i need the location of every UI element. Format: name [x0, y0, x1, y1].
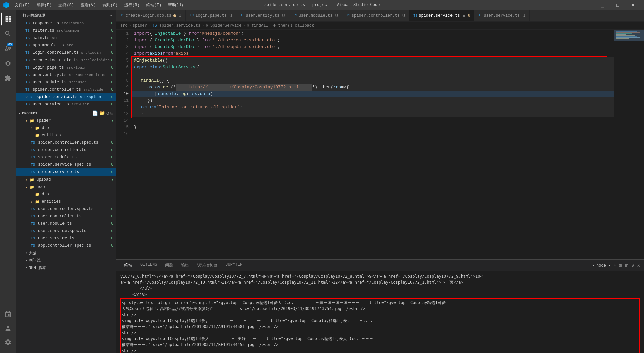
maximize-button[interactable]: ☐: [610, 0, 625, 10]
file-login-pipe-ts[interactable]: TS login.pipe.ts src\login U: [16, 64, 116, 71]
activity-debug[interactable]: [1, 56, 15, 70]
activity-explorer[interactable]: [1, 12, 15, 26]
activity-source-control[interactable]: 63: [1, 42, 15, 55]
menu-file[interactable]: 文件(F): [12, 2, 33, 9]
file-user-controller-spec[interactable]: TS user.controller.spec.ts U: [16, 205, 116, 213]
section-fuwenxian[interactable]: › 副问线: [16, 257, 116, 264]
folder-spider[interactable]: ▾ 📁 spider ●: [16, 117, 116, 124]
menu-terminal[interactable]: 终端(T): [144, 2, 164, 9]
close-button[interactable]: ✕: [625, 0, 641, 10]
file-spider-controller-spec[interactable]: TS spider.controller.spec.ts U: [16, 139, 116, 146]
menu-select[interactable]: 选择(S): [56, 2, 77, 9]
project-section-header[interactable]: ▾ PROJECT 📄 📁 ↺ ⊟: [16, 109, 116, 117]
section-npm[interactable]: › NPM 脚本: [16, 264, 116, 271]
minimize-button[interactable]: ⎯: [595, 0, 610, 10]
refresh-icon[interactable]: ↺: [106, 110, 109, 116]
folder-user-dto[interactable]: › 📁 dto: [16, 191, 116, 198]
file-spider-module[interactable]: TS spider.module.ts U: [16, 154, 116, 161]
close-tab-icon[interactable]: ✕: [25, 95, 28, 100]
terminal-tab-debug[interactable]: 调试控制台: [193, 260, 221, 270]
breadcrumb-class[interactable]: ⚙ SpiderService: [205, 23, 241, 28]
folder-dto[interactable]: › 📁 dto: [16, 124, 116, 132]
terminal-node-dropdown[interactable]: ⊳ node ▾: [592, 263, 611, 268]
tab-close-user-module[interactable]: U: [335, 13, 338, 18]
activity-account[interactable]: [1, 322, 15, 335]
tab-close-create-login[interactable]: U: [179, 13, 181, 18]
menu-edit[interactable]: 编辑(E): [34, 2, 55, 9]
activity-settings[interactable]: [1, 336, 15, 349]
file-app-module-ts[interactable]: TS app.module.ts src U: [16, 42, 116, 49]
activity-remote[interactable]: [1, 308, 15, 321]
menu-goto[interactable]: 转到(G): [100, 2, 120, 9]
file-user-entity-ts[interactable]: TS user.entity.ts src\user\entities U: [16, 71, 116, 79]
tab-close-user-service[interactable]: U: [522, 13, 525, 18]
code-line-15: }: [131, 124, 614, 131]
tab-spider-controller[interactable]: TS spider.controller.ts U: [342, 10, 409, 21]
breadcrumb-file[interactable]: TS spider.service.ts: [152, 23, 200, 28]
folder-entities[interactable]: › 📁 entities: [16, 132, 116, 139]
file-login-controller-ts[interactable]: TS login.controller.ts src\login U: [16, 49, 116, 56]
terminal-tab-jupyter[interactable]: JUPYTER: [221, 260, 246, 270]
terminal-tab-output[interactable]: 输出: [177, 260, 193, 270]
project-label: PROJECT: [22, 111, 37, 115]
tab-close-user-entity[interactable]: U: [282, 13, 285, 18]
terminal-maximize-icon[interactable]: ∧: [632, 263, 634, 268]
new-folder-icon[interactable]: 📄: [92, 110, 98, 116]
folder-user[interactable]: ▾ 📁 user: [16, 183, 116, 191]
section-damo[interactable]: › 大猫: [16, 249, 116, 257]
line-num-3: 3: [116, 44, 129, 50]
file-user-module-tree[interactable]: TS user.module.ts U: [16, 220, 116, 227]
tab-login-pipe[interactable]: TS login.pipe.ts U: [186, 10, 236, 21]
code-line-12: return `This action returns all spider`;: [131, 104, 614, 111]
code-editor[interactable]: import { Injectable } from '@nestjs/comm…: [131, 30, 614, 259]
menu-run[interactable]: 运行(R): [122, 2, 142, 9]
folder-upload[interactable]: › 📁 upload ●: [16, 176, 116, 183]
code-line-2: import { CreateSpiderDto } from './dto/c…: [131, 37, 614, 44]
file-user-service-tree[interactable]: TS user.service.ts U: [16, 235, 116, 242]
terminal-tab-gitlens[interactable]: GITLENS: [136, 260, 161, 270]
new-file-icon2[interactable]: 📁: [99, 110, 105, 116]
terminal-tab-terminal[interactable]: 终端: [120, 260, 136, 270]
file-spider-service-ts-open[interactable]: ✕ TS spider.service.ts src\spider U: [16, 93, 116, 101]
breadcrumb-src[interactable]: src: [120, 23, 128, 28]
terminal-tab-issues[interactable]: 问题: [161, 260, 177, 270]
file-response-ts[interactable]: TS response.ts src\common U: [16, 20, 116, 27]
breadcrumb-method[interactable]: ⚙ findAll: [247, 23, 268, 28]
breadcrumb-spider[interactable]: spider: [133, 23, 147, 28]
terminal-content[interactable]: y10772_6.html">7</a><a href="/Cosplay/Co…: [116, 271, 644, 353]
terminal-split-icon[interactable]: ⊡: [619, 263, 622, 268]
collapse-all-icon[interactable]: ⊟: [111, 110, 113, 116]
breadcrumb-callback[interactable]: ⚙ then() callback: [273, 23, 314, 28]
tab-user-entity[interactable]: TS user.entity.ts U: [236, 10, 289, 21]
terminal-line-3: </ul>: [120, 285, 640, 291]
folder-user-entities[interactable]: › 📁 entities: [16, 198, 116, 205]
activity-extensions[interactable]: [1, 71, 15, 85]
file-filter-ts[interactable]: TS filter.ts src\common U: [16, 27, 116, 34]
tab-user-service[interactable]: TS user.service.ts U: [474, 10, 529, 21]
file-user-service-spec[interactable]: TS user.service.spec.ts U: [16, 227, 116, 235]
tab-spider-service[interactable]: TS spider.service.ts ✕ U: [409, 10, 474, 21]
activity-bottom: [1, 307, 15, 350]
terminal-trash-icon[interactable]: 🗑: [624, 263, 629, 268]
file-main-ts[interactable]: TS main.ts src U: [16, 34, 116, 42]
tab-close-spider-controller[interactable]: U: [402, 13, 405, 18]
file-user-controller[interactable]: TS user.controller.ts U: [16, 213, 116, 220]
menu-view[interactable]: 查看(V): [78, 2, 99, 9]
terminal-add-icon[interactable]: +: [613, 263, 616, 268]
file-app-controller-spec[interactable]: TS app.controller.spec.ts U: [16, 242, 116, 249]
tab-create-login-dto[interactable]: TS create-login.dto.ts U: [116, 10, 186, 21]
file-spider-controller-ts[interactable]: TS spider.controller.ts src\spider U: [16, 86, 116, 93]
file-spider-service-tree[interactable]: TS spider.service.ts U: [16, 168, 116, 176]
tab-close-login-pipe[interactable]: U: [229, 13, 232, 18]
terminal-close-icon[interactable]: ✕: [637, 263, 640, 268]
file-create-login-dto-ts[interactable]: TS create-login.dto.ts src\login\dto U: [16, 56, 116, 64]
tab-close-spider-service[interactable]: ✕: [463, 13, 465, 19]
file-spider-service-spec[interactable]: TS spider.service.spec.ts U: [16, 161, 116, 168]
new-file-icon[interactable]: ⋯: [109, 13, 113, 18]
activity-search[interactable]: [1, 27, 15, 40]
tab-user-module[interactable]: TS user.module.ts U: [289, 10, 342, 21]
file-spider-controller[interactable]: TS spider.controller.ts U: [16, 146, 116, 154]
menu-help[interactable]: 帮助(H): [165, 2, 186, 9]
file-user-module-ts[interactable]: TS user.module.ts src\user U: [16, 79, 116, 86]
file-user-service-ts[interactable]: TS user.service.ts src\user U: [16, 101, 116, 108]
